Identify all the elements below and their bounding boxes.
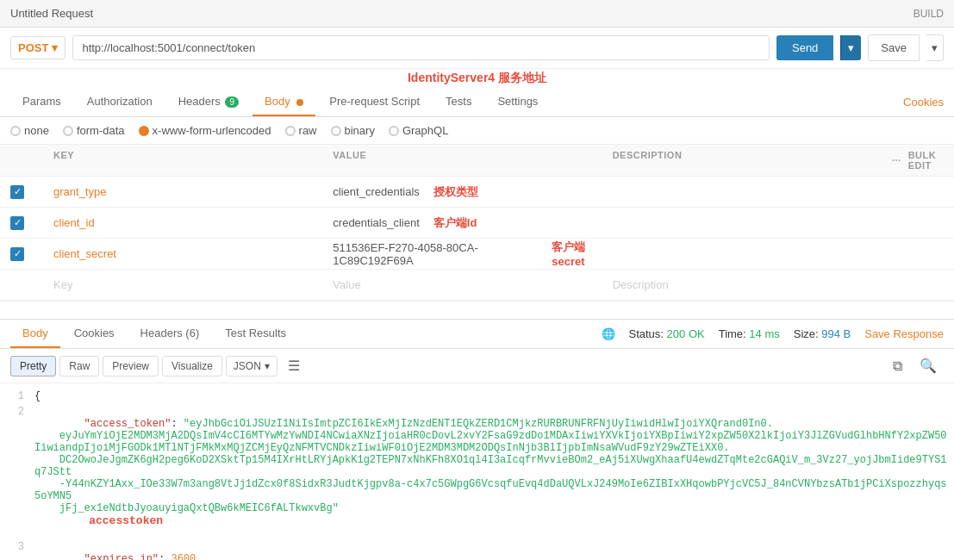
radio-none-icon (10, 126, 21, 136)
new-row-key[interactable]: Key (53, 278, 333, 291)
raw-button[interactable]: Raw (59, 356, 99, 376)
url-input[interactable] (72, 35, 770, 60)
bulk-edit-button[interactable]: Bulk Edit (908, 150, 944, 171)
tab-params[interactable]: Params (10, 88, 73, 116)
row1-value[interactable]: client_credentials 授权类型 (333, 184, 612, 200)
row2-checkbox[interactable] (10, 216, 24, 230)
accesstoken-annotation: accesstoken (89, 514, 163, 527)
url-bar: POST ▾ Send ▾ Save ▾ (0, 28, 954, 69)
chevron-down-icon: ▾ (265, 360, 270, 372)
table-row: client_id credentials_client 客户端Id (0, 208, 954, 239)
body-type-graphql[interactable]: GraphQL (389, 124, 448, 137)
spacer (0, 302, 954, 319)
search-icon[interactable]: 🔍 (913, 354, 944, 377)
service-url-annotation: IdentityServer4 服务地址 (0, 69, 954, 88)
radio-raw-icon (285, 126, 296, 136)
method-chevron-icon: ▾ (52, 41, 58, 54)
radio-urlencoded-icon (139, 126, 149, 136)
row3-key[interactable]: client_secret (53, 247, 333, 260)
row1-key[interactable]: grant_type (53, 185, 333, 198)
grant-type-annotation: 授权类型 (433, 184, 478, 200)
preview-button[interactable]: Preview (103, 356, 159, 376)
new-row-desc[interactable]: Description (613, 278, 892, 291)
cookies-link[interactable]: Cookies (903, 96, 944, 109)
build-label: BUILD (913, 8, 944, 20)
code-line-2: 2 "access_token": "eyJhbGciOiJSUzI1NiIsI… (0, 406, 954, 539)
response-size: 994 B (821, 327, 851, 340)
response-tab-headers[interactable]: Headers (6) (128, 320, 212, 348)
status-ok: 200 OK (667, 327, 705, 340)
save-dropdown-button[interactable]: ▾ (926, 34, 944, 61)
body-type-selector: none form-data x-www-form-urlencoded raw… (0, 117, 954, 145)
table-row: grant_type client_credentials 授权类型 (0, 177, 954, 208)
tab-pre-request[interactable]: Pre-request Script (317, 88, 432, 116)
save-button[interactable]: Save (868, 34, 920, 61)
client-secret-annotation: 客户端secret (552, 240, 612, 268)
response-tab-body[interactable]: Body (10, 320, 60, 348)
tab-body[interactable]: Body (253, 88, 315, 116)
code-line-3: 3 "expires_in": 3600, → 过期时间 (0, 541, 954, 560)
radio-form-data-icon (63, 126, 73, 136)
title-bar: Untitled Request BUILD (0, 0, 954, 28)
copy-icon[interactable]: ⧉ (886, 354, 909, 377)
tab-tests[interactable]: Tests (433, 88, 483, 116)
response-tabs: Body Cookies Headers (6) Test Results 🌐 … (0, 319, 954, 349)
format-select[interactable]: JSON ▾ (226, 356, 277, 376)
response-tab-test-results[interactable]: Test Results (213, 320, 298, 348)
row3-checkbox[interactable] (10, 247, 24, 261)
pretty-button[interactable]: Pretty (10, 356, 56, 376)
tab-settings[interactable]: Settings (485, 88, 550, 116)
radio-binary-icon (331, 126, 341, 136)
new-row-value[interactable]: Value (333, 278, 612, 291)
table-new-row: Key Value Description (0, 270, 954, 301)
body-type-urlencoded[interactable]: x-www-form-urlencoded (139, 124, 271, 137)
request-tabs: Params Authorization Headers 9 Body Pre-… (0, 88, 954, 117)
globe-icon: 🌐 (602, 327, 615, 340)
visualize-button[interactable]: Visualize (162, 356, 222, 376)
send-button[interactable]: Send (776, 35, 833, 60)
format-right-icons: ⧉ 🔍 (886, 354, 944, 377)
response-time: 14 ms (749, 327, 779, 340)
method-label: POST (18, 41, 48, 54)
row3-value[interactable]: 511536EF-F270-4058-80CA-1C89C192F69A 客户端… (333, 240, 612, 268)
params-table: KEY VALUE DESCRIPTION ··· Bulk Edit gran… (0, 145, 954, 302)
method-select[interactable]: POST ▾ (10, 36, 65, 59)
client-id-annotation: 客户端Id (433, 215, 477, 231)
radio-graphql-icon (389, 126, 399, 136)
body-type-binary[interactable]: binary (331, 124, 375, 137)
save-response-button[interactable]: Save Response (864, 327, 944, 340)
format-bar: Pretty Raw Preview Visualize JSON ▾ ☰ ⧉ … (0, 349, 954, 383)
response-body: 1 { 2 "access_token": "eyJhbGciOiJSUzI1N… (0, 383, 954, 560)
response-tab-cookies[interactable]: Cookies (62, 320, 127, 348)
row2-value[interactable]: credentials_client 客户端Id (333, 215, 612, 231)
code-line-1: 1 { (0, 390, 954, 406)
row1-checkbox[interactable] (10, 185, 24, 199)
tab-authorization[interactable]: Authorization (75, 88, 165, 116)
table-header-row: KEY VALUE DESCRIPTION ··· Bulk Edit (0, 145, 954, 177)
row2-key[interactable]: client_id (53, 216, 333, 229)
filter-icon[interactable]: ☰ (281, 354, 307, 377)
table-options-icon[interactable]: ··· (892, 155, 901, 165)
body-type-none[interactable]: none (10, 124, 49, 137)
window-title: Untitled Request (10, 7, 93, 20)
tab-headers[interactable]: Headers 9 (166, 88, 251, 116)
response-status-bar: 🌐 Status: 200 OK Time: 14 ms Size: 994 B… (602, 327, 945, 340)
body-type-form-data[interactable]: form-data (63, 124, 125, 137)
send-dropdown-button[interactable]: ▾ (840, 35, 861, 60)
body-type-raw[interactable]: raw (285, 124, 317, 137)
table-row: client_secret 511536EF-F270-4058-80CA-1C… (0, 239, 954, 270)
